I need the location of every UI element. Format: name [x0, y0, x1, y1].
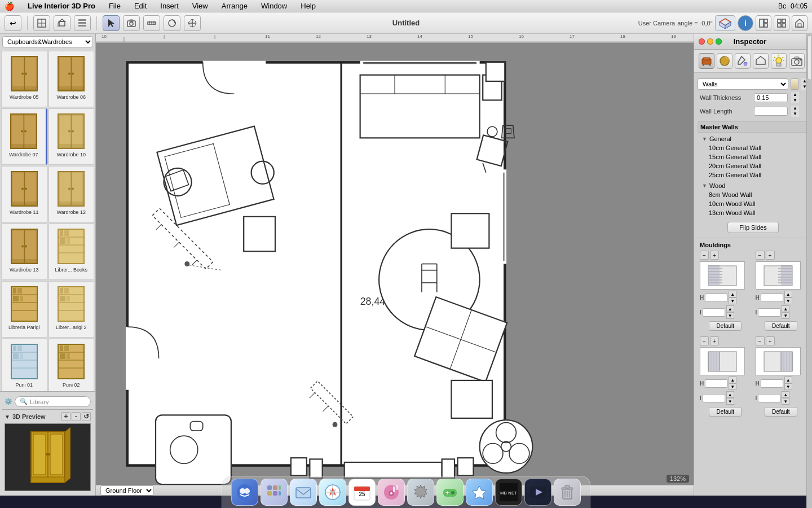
item-wardrobe12[interactable]: Wardrobe 12: [48, 166, 95, 222]
item-wardrobe07[interactable]: Wardrobe 07: [1, 108, 47, 165]
moulding-h-stepper-3[interactable]: ▲ ▼: [729, 376, 736, 390]
item-wardrobe13[interactable]: Wardrobe 13: [1, 224, 47, 280]
zoom-in-btn[interactable]: +: [61, 412, 70, 421]
moulding-i-up-3[interactable]: ▲: [726, 391, 734, 398]
moulding-i-down-2[interactable]: ▼: [782, 312, 789, 319]
general-wall-item[interactable]: 20cm General Wall: [698, 161, 809, 170]
moulding-default-3[interactable]: Default: [709, 407, 742, 417]
apple-menu[interactable]: 🍎: [5, 2, 14, 11]
pan-tool[interactable]: [184, 15, 201, 31]
moulding-i-up-1[interactable]: ▲: [726, 305, 734, 312]
moulding-i-input-3[interactable]: [703, 394, 725, 402]
menu-view[interactable]: View: [190, 2, 210, 10]
moulding-plus-3[interactable]: +: [710, 336, 719, 345]
moulding-h-down-3[interactable]: ▼: [729, 383, 736, 390]
object-tab[interactable]: [753, 53, 769, 69]
wood-wall-item[interactable]: 10cm Wood Wall: [698, 199, 809, 208]
layout-icon2[interactable]: [774, 15, 789, 31]
general-wall-item[interactable]: 15cm General Wall: [698, 152, 809, 161]
menu-file[interactable]: File: [107, 2, 123, 10]
item-wardrobe06[interactable]: Wardrobe 06: [48, 51, 95, 107]
preview-chevron[interactable]: ▼: [5, 414, 10, 420]
item-librebooks[interactable]: Librer... Books: [48, 224, 95, 280]
moulding-i-input-2[interactable]: [758, 308, 780, 317]
moulding-minus-2[interactable]: −: [756, 251, 765, 260]
paint-tab[interactable]: [735, 53, 751, 69]
wood-wall-item[interactable]: 13cm Wood Wall: [698, 208, 809, 217]
general-wall-item[interactable]: 25cm General Wall: [698, 170, 809, 179]
item-puni02[interactable]: Puni 02: [48, 339, 95, 391]
moulding-h-up-1[interactable]: ▲: [729, 291, 736, 297]
camera-tool[interactable]: [123, 15, 140, 31]
info-icon[interactable]: i: [738, 15, 753, 31]
moulding-h-down-1[interactable]: ▼: [729, 297, 736, 304]
moulding-h-input-4[interactable]: [761, 379, 783, 388]
minimize-button[interactable]: [707, 38, 713, 45]
moulding-h-stepper-4[interactable]: ▲ ▼: [784, 376, 792, 390]
dock-imovie[interactable]: [524, 479, 551, 506]
moulding-i-input-1[interactable]: [703, 308, 725, 317]
moulding-h-stepper-1[interactable]: ▲ ▼: [729, 291, 736, 304]
camera-tab[interactable]: [789, 53, 805, 69]
dock-itunes[interactable]: [378, 479, 405, 506]
spin-tool[interactable]: [164, 15, 180, 31]
menu-edit[interactable]: Edit: [132, 2, 149, 10]
moulding-i-stepper-1[interactable]: ▲ ▼: [726, 305, 734, 319]
3d-icon1[interactable]: [715, 15, 735, 31]
wood-wall-item[interactable]: 8cm Wood Wall: [698, 190, 809, 199]
dock-systemprefs[interactable]: [407, 479, 434, 506]
dock-launchpad[interactable]: [261, 479, 288, 506]
settings-icon[interactable]: ⚙️: [5, 398, 12, 405]
moulding-default-2[interactable]: Default: [765, 321, 797, 331]
moulding-minus-4[interactable]: −: [756, 336, 765, 345]
item-libreriaparigi[interactable]: Libreria Parigi: [1, 281, 47, 338]
moulding-h-input-1[interactable]: [705, 294, 727, 302]
layout-icon1[interactable]: [756, 15, 771, 31]
length-step-down[interactable]: ▼: [791, 111, 799, 117]
moulding-h-input-3[interactable]: [705, 379, 727, 388]
menu-arrange[interactable]: Arrange: [219, 2, 250, 10]
menu-help[interactable]: Help: [298, 2, 318, 10]
moulding-i-stepper-2[interactable]: ▲ ▼: [782, 305, 789, 319]
moulding-plus-4[interactable]: +: [766, 336, 775, 345]
moulding-plus-2[interactable]: +: [766, 251, 775, 260]
furniture-tab[interactable]: [699, 53, 714, 69]
item-wardrobe05[interactable]: Wardrobe 05: [1, 51, 47, 107]
category-select[interactable]: Cupboards&Wardrobes: [2, 36, 93, 47]
zoom-reset-btn[interactable]: ↺: [82, 412, 91, 421]
select-tool[interactable]: [103, 15, 120, 31]
moulding-h-down-4[interactable]: ▼: [784, 383, 792, 390]
general-wall-item[interactable]: 10cm General Wall: [698, 143, 809, 152]
length-stepper[interactable]: ▲ ▼: [791, 106, 799, 117]
moulding-i-down-3[interactable]: ▼: [726, 398, 734, 405]
item-wardrobe11[interactable]: Wardrobe 11: [1, 166, 47, 222]
list-view-button[interactable]: [74, 15, 91, 31]
moulding-i-up-4[interactable]: ▲: [782, 391, 789, 398]
moulding-plus-1[interactable]: +: [710, 251, 719, 260]
moulding-i-stepper-4[interactable]: ▲ ▼: [782, 391, 789, 405]
back-button[interactable]: ↩: [5, 15, 21, 31]
dock-safari[interactable]: [319, 479, 346, 506]
flip-sides-button[interactable]: Flip Sides: [727, 222, 778, 233]
wood-group[interactable]: ▼ Wood: [698, 181, 809, 190]
wall-color-swatch[interactable]: [791, 78, 798, 90]
search-bar[interactable]: 🔍 Library: [15, 396, 91, 407]
menu-insert[interactable]: Insert: [158, 2, 181, 10]
zoom-out-btn[interactable]: -: [72, 412, 81, 421]
inspector-scrollbar[interactable]: [806, 34, 812, 508]
material-tab[interactable]: [717, 53, 732, 69]
light-tab[interactable]: [771, 53, 787, 69]
item-libreriarigi2[interactable]: Librer...arigi 2: [48, 281, 95, 338]
wall-thickness-input[interactable]: [754, 93, 788, 102]
length-step-up[interactable]: ▲: [791, 106, 799, 111]
moulding-i-up-2[interactable]: ▲: [782, 305, 789, 312]
moulding-i-stepper-3[interactable]: ▲ ▼: [726, 391, 734, 405]
menu-app[interactable]: Live Interior 3D Pro: [25, 2, 98, 10]
moulding-h-down-2[interactable]: ▼: [784, 297, 792, 304]
home-icon[interactable]: [792, 15, 807, 31]
moulding-i-down-4[interactable]: ▼: [782, 398, 789, 405]
wall-length-input[interactable]: [754, 107, 788, 116]
walls-select[interactable]: Walls: [698, 78, 788, 90]
close-button[interactable]: [699, 38, 705, 45]
item-wardrobe10[interactable]: Wardrobe 10: [48, 108, 95, 165]
